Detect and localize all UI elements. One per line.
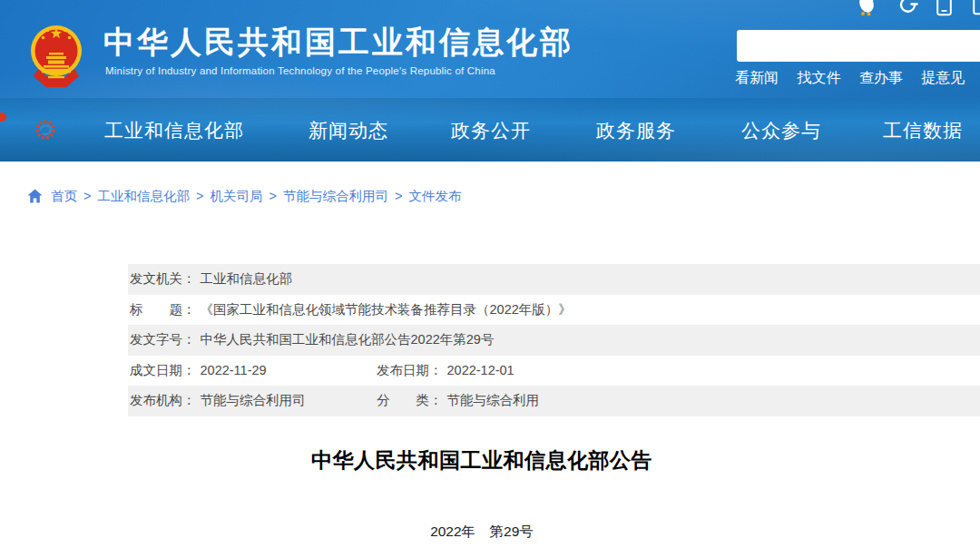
quick-link-feedback[interactable]: 提意见 <box>921 70 965 85</box>
doc-row-publisher: 发布机构：节能与综合利用司 分 类：节能与综合利用 <box>128 386 980 416</box>
row-label: 标 题： <box>130 302 196 317</box>
home-icon[interactable] <box>27 189 43 203</box>
national-emblem-icon <box>29 18 83 91</box>
site-subtitle-en: Ministry of Industry and Information Tec… <box>105 65 495 76</box>
mobile-icon[interactable] <box>936 0 952 16</box>
breadcrumb-separator: > <box>83 189 91 203</box>
doc-row-title: 标 题：《国家工业和信息化领域节能技术装备推荐目录（2022年版）》 <box>128 295 980 326</box>
quick-link-services[interactable]: 查办事 <box>859 70 903 85</box>
nav-item-public[interactable]: 公众参与 <box>741 118 821 143</box>
row-col2: 发布日期：2022-12-01 <box>377 356 514 387</box>
row-value: 工业和信息化部 <box>201 271 293 286</box>
nav-item-miit[interactable]: 工业和信息化部 <box>104 118 244 143</box>
row-label: 发文机关： <box>130 271 196 286</box>
article-title: 中华人民共和国工业和信息化部公告 <box>0 446 964 475</box>
row-label: 发文字号： <box>130 332 196 347</box>
row-label: 发布机构： <box>130 393 196 407</box>
search-input[interactable] <box>737 30 980 62</box>
miit-logo-icon <box>34 115 56 144</box>
quick-links: 看新闻 找文件 查办事 提意见 查 <box>735 69 980 88</box>
breadcrumb-home[interactable]: 首页 <box>51 188 77 205</box>
page: 中华人民共和国工业和信息化部 Ministry of Industry and … <box>0 0 980 548</box>
nav-item-data[interactable]: 工信数据 <box>883 118 963 143</box>
row-col2: 分 类：节能与综合利用 <box>377 386 539 416</box>
breadcrumb-dept[interactable]: 节能与综合利用司 <box>283 188 388 205</box>
row-label: 分 类： <box>377 393 443 407</box>
site-title: 中华人民共和国工业和信息化部 <box>103 22 573 64</box>
site-header: 中华人民共和国工业和信息化部 Ministry of Industry and … <box>0 0 980 98</box>
main-nav: 工业和信息化部 新闻动态 政务公开 政务服务 公众参与 工信数据 <box>0 98 980 161</box>
partial-icon[interactable] <box>973 0 980 16</box>
accessibility-icon[interactable] <box>899 0 920 16</box>
breadcrumb-miit[interactable]: 工业和信息化部 <box>97 188 190 205</box>
breadcrumb-separator: > <box>395 189 402 203</box>
doc-info-table: 发文机关：工业和信息化部 标 题：《国家工业和信息化领域节能技术装备推荐目录（2… <box>128 264 980 416</box>
quick-link-news[interactable]: 看新闻 <box>735 70 779 85</box>
breadcrumb-bureaus[interactable]: 机关司局 <box>210 188 262 205</box>
nav-item-services[interactable]: 政务服务 <box>596 118 676 143</box>
breadcrumb: 首页 > 工业和信息化部 > 机关司局 > 节能与综合利用司 > 文件发布 <box>27 185 461 207</box>
nav-item-gov-open[interactable]: 政务公开 <box>451 118 531 143</box>
doc-row-doc-number: 发文字号：中华人民共和国工业和信息化部公告2022年第29号 <box>128 325 980 356</box>
row-value: 《国家工业和信息化领域节能技术装备推荐目录（2022年版）》 <box>201 302 572 317</box>
doc-row-issuing-authority: 发文机关：工业和信息化部 <box>128 264 980 295</box>
row-value: 2022-11-29 <box>201 363 267 377</box>
breadcrumb-separator: > <box>196 189 203 203</box>
breadcrumb-release[interactable]: 文件发布 <box>408 188 461 205</box>
row-value: 2022-12-01 <box>447 363 514 377</box>
row-value: 节能与综合利用 <box>447 393 540 407</box>
article-issue-line: 2022年 第29号 <box>0 523 964 542</box>
mascot-icon[interactable] <box>857 0 877 17</box>
row-label: 发布日期： <box>377 363 443 377</box>
row-value: 节能与综合利用司 <box>201 393 306 407</box>
row-label: 成文日期： <box>130 363 196 377</box>
breadcrumb-separator: > <box>269 189 276 203</box>
quick-link-files[interactable]: 找文件 <box>797 70 840 85</box>
nav-item-news[interactable]: 新闻动态 <box>309 118 388 143</box>
row-value: 中华人民共和国工业和信息化部公告2022年第29号 <box>201 332 495 347</box>
doc-row-dates: 成文日期：2022-11-29 发布日期：2022-12-01 <box>128 356 980 387</box>
